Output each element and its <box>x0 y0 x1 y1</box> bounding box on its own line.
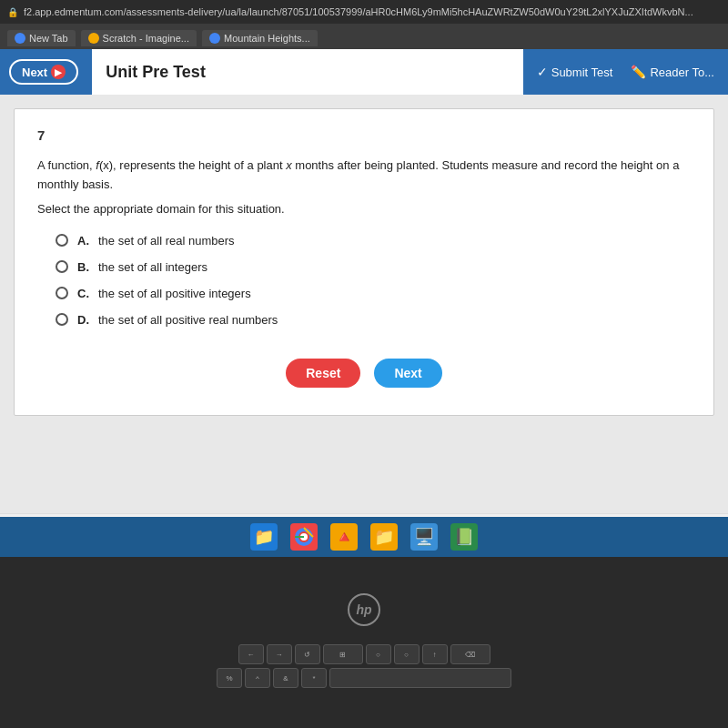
question-instruction: Select the appropriate domain for this s… <box>37 202 691 216</box>
radio-b[interactable] <box>56 260 68 273</box>
key-circle2[interactable]: ○ <box>394 644 420 664</box>
button-row: Reset Next <box>37 359 691 388</box>
radio-d[interactable] <box>56 313 68 326</box>
browser-chrome: 🔒 f2.app.edmentum.com/assessments-delive… <box>0 0 728 49</box>
taskbar-icon-monitor[interactable]: 🖥️ <box>410 523 438 551</box>
key-ampersand[interactable]: & <box>273 668 298 688</box>
keyboard-row-1: ← → ↺ ⊞ ○ ○ ↑ ⌫ <box>238 644 490 664</box>
key-caret[interactable]: ^ <box>245 668 270 688</box>
next-button[interactable]: Next <box>374 359 441 388</box>
key-circle1[interactable]: ○ <box>366 644 391 664</box>
taskbar: 📁 🔺 📁 🖥️ 📗 <box>0 517 728 557</box>
lock-icon: 🔒 <box>7 7 18 17</box>
keyboard-row-2: % ^ & * <box>217 668 511 688</box>
right-header: ✓ Submit Test ✏️ Reader To... <box>523 49 728 95</box>
test-header: Next ▶ Unit Pre Test ✓ Submit Test ✏️ Re… <box>0 49 728 95</box>
option-a[interactable]: A. the set of all real numbers <box>56 234 691 248</box>
key-spacebar[interactable] <box>329 668 511 688</box>
address-bar: 🔒 f2.app.edmentum.com/assessments-delive… <box>0 0 728 24</box>
taskbar-icon-chrome[interactable] <box>290 523 318 551</box>
key-up[interactable]: ↑ <box>422 644 448 664</box>
hp-logo: hp <box>348 593 380 626</box>
option-b-label: B. <box>77 260 89 274</box>
key-fwd[interactable]: → <box>267 644 292 664</box>
tab-mountain-label: Mountain Heights... <box>224 33 310 44</box>
tab-scratch-label: Scratch - Imagine... <box>103 33 189 44</box>
option-d[interactable]: D. the set of all positive real numbers <box>56 313 691 327</box>
tab-new-tab[interactable]: New Tab <box>7 30 76 46</box>
option-a-label: A. <box>77 234 89 248</box>
option-c-text: the set of all positive integers <box>98 287 251 300</box>
tab-scratch[interactable]: Scratch - Imagine... <box>81 30 197 46</box>
tab-mountain[interactable]: Mountain Heights... <box>202 30 318 46</box>
reader-icon: ✏️ <box>631 65 646 79</box>
laptop-bottom: hp ← → ↺ ⊞ ○ ○ ↑ ⌫ % ^ & * <box>0 557 728 728</box>
option-b-text: the set of all integers <box>98 260 207 274</box>
key-backspace[interactable]: ⌫ <box>450 644 490 664</box>
taskbar-icon-triangle[interactable]: 🔺 <box>330 523 358 551</box>
main-content: 7 A function, f(x), represents the heigh… <box>0 95 728 513</box>
next-header-label: Next <box>22 66 47 79</box>
option-b[interactable]: B. the set of all integers <box>56 260 691 274</box>
tab-mountain-icon <box>209 33 220 44</box>
option-d-label: D. <box>77 313 89 327</box>
reader-tools-label: Reader To... <box>650 66 714 79</box>
next-header-button[interactable]: Next ▶ <box>9 59 78 85</box>
key-refresh[interactable]: ↺ <box>295 644 320 664</box>
answer-options: A. the set of all real numbers B. the se… <box>56 234 691 327</box>
question-text: A function, f(x), represents the height … <box>37 157 691 195</box>
question-number: 7 <box>37 127 691 143</box>
key-back[interactable]: ← <box>238 644 264 664</box>
taskbar-icon-sheets[interactable]: 📗 <box>450 523 478 551</box>
url-text: f2.app.edmentum.com/assessments-delivery… <box>24 6 693 17</box>
option-d-text: the set of all positive real numbers <box>98 313 278 327</box>
question-italic-f: f <box>96 158 99 172</box>
test-title: Unit Pre Test <box>106 63 206 82</box>
submit-test-button[interactable]: ✓ Submit Test <box>537 65 613 79</box>
title-wrapper: Unit Pre Test <box>87 49 523 95</box>
submit-test-label: Submit Test <box>551 66 613 79</box>
next-wrapper: Next ▶ <box>0 49 87 95</box>
reader-tools-button[interactable]: ✏️ Reader To... <box>631 65 714 79</box>
submit-icon: ✓ <box>537 65 548 79</box>
question-italic-x: x <box>286 158 292 172</box>
key-asterisk[interactable]: * <box>301 668 327 688</box>
option-c[interactable]: C. the set of all positive integers <box>56 287 691 300</box>
taskbar-icon-files[interactable]: 📁 <box>250 523 278 551</box>
radio-a[interactable] <box>56 234 68 247</box>
key-percent[interactable]: % <box>217 668 242 688</box>
taskbar-icon-folder[interactable]: 📁 <box>370 523 398 551</box>
reset-button[interactable]: Reset <box>286 359 360 388</box>
option-c-label: C. <box>77 287 89 300</box>
radio-c[interactable] <box>56 287 68 299</box>
tab-scratch-icon <box>88 33 99 44</box>
next-arrow-icon: ▶ <box>51 65 66 79</box>
option-a-text: the set of all real numbers <box>98 234 235 248</box>
tab-bar: New Tab Scratch - Imagine... Mountain He… <box>0 24 728 49</box>
tab-new-tab-icon <box>15 33 25 44</box>
key-windows[interactable]: ⊞ <box>323 644 363 664</box>
question-card: 7 A function, f(x), represents the heigh… <box>14 108 714 416</box>
tab-new-tab-label: New Tab <box>29 33 68 44</box>
